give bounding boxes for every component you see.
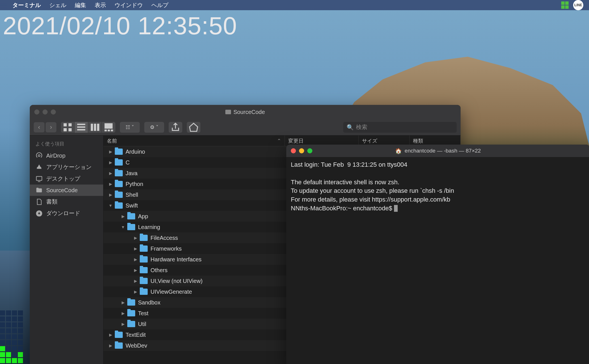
disclosure-triangle-icon[interactable]: ▶ xyxy=(108,343,113,348)
doc-icon xyxy=(35,198,43,206)
airdrop-icon xyxy=(35,152,43,159)
folder-icon xyxy=(140,289,148,295)
finder-sidebar: よく使う項目 AirDropアプリケーションデスクトップSourceCode書類… xyxy=(30,136,103,364)
sidebar-item-デスクトップ[interactable]: デスクトップ xyxy=(30,173,103,185)
disclosure-triangle-icon[interactable]: ▶ xyxy=(108,333,113,337)
apps-icon xyxy=(35,164,43,171)
finder-titlebar[interactable]: SourceCode xyxy=(30,105,461,119)
menu-edit[interactable]: 編集 xyxy=(75,1,86,9)
menu-help[interactable]: ヘルプ xyxy=(151,1,168,9)
menu-view[interactable]: 表示 xyxy=(95,1,106,9)
svg-rect-6 xyxy=(77,129,85,130)
disclosure-triangle-icon[interactable]: ▶ xyxy=(120,214,126,219)
folder-icon xyxy=(140,235,148,241)
menubar: ターミナル シェル 編集 表示 ウインドウ ヘルプ LINE xyxy=(0,0,589,10)
disclosure-triangle-icon[interactable]: ▶ xyxy=(133,268,138,272)
sidebar-item-label: AirDrop xyxy=(46,153,65,159)
activity-monitor-icon[interactable] xyxy=(561,1,569,9)
sidebar-item-airdrop[interactable]: AirDrop xyxy=(30,150,103,161)
forward-button[interactable]: › xyxy=(46,122,56,132)
zoom-button[interactable] xyxy=(51,109,56,115)
disclosure-triangle-icon[interactable]: ▶ xyxy=(133,279,138,283)
sidebar-section-header: よく使う項目 xyxy=(30,139,103,150)
terminal-title: enchantcode — -bash — 87×22 xyxy=(405,148,481,154)
share-button[interactable] xyxy=(169,122,182,133)
disclosure-triangle-icon[interactable]: ▶ xyxy=(120,300,126,305)
svg-rect-4 xyxy=(77,124,85,125)
search-placeholder: 検索 xyxy=(356,123,367,131)
column-view-button[interactable] xyxy=(88,122,102,133)
disclosure-triangle-icon[interactable]: ▶ xyxy=(120,322,126,326)
finder-title: SourceCode xyxy=(233,109,265,115)
icon-view-button[interactable] xyxy=(61,122,75,133)
disclosure-triangle-icon[interactable]: ▶ xyxy=(120,311,126,316)
menu-app[interactable]: ターミナル xyxy=(12,1,41,9)
zoom-button[interactable] xyxy=(307,148,312,153)
disclosure-triangle-icon[interactable]: ▶ xyxy=(133,289,138,294)
disclosure-triangle-icon[interactable]: ▼ xyxy=(108,203,113,208)
disclosure-triangle-icon[interactable]: ▼ xyxy=(120,225,126,229)
sidebar-item-label: ダウンロード xyxy=(46,209,80,217)
folder-icon xyxy=(225,110,231,114)
action-button[interactable]: ⚙ ˅ xyxy=(144,122,164,133)
terminal-titlebar[interactable]: 🏠 enchantcode — -bash — 87×22 xyxy=(286,145,589,157)
sidebar-item-ダウンロード[interactable]: ダウンロード xyxy=(30,208,103,219)
menu-shell[interactable]: シェル xyxy=(49,1,66,9)
disclosure-triangle-icon[interactable]: ▶ xyxy=(108,182,113,186)
terminal-content[interactable]: Last login: Tue Feb 9 13:21:25 on ttys00… xyxy=(286,157,589,216)
folder-icon xyxy=(140,267,148,273)
disclosure-triangle-icon[interactable]: ▶ xyxy=(133,246,138,251)
folder-icon xyxy=(127,299,135,306)
svg-rect-0 xyxy=(63,123,67,126)
folder-icon xyxy=(127,213,135,219)
folder-icon xyxy=(115,149,123,155)
svg-rect-2 xyxy=(63,128,67,131)
disclosure-triangle-icon[interactable]: ▶ xyxy=(108,171,113,175)
arrange-button[interactable]: ☷ ˅ xyxy=(120,122,140,133)
desktop-icon xyxy=(35,175,43,183)
svg-rect-9 xyxy=(97,124,99,131)
desktop-clock: 2021/02/10 12:35:50 xyxy=(3,11,237,40)
svg-rect-12 xyxy=(108,129,110,131)
folder-icon xyxy=(35,187,43,194)
folder-icon xyxy=(140,246,148,252)
minimize-button[interactable] xyxy=(299,148,304,153)
svg-rect-13 xyxy=(111,129,113,131)
sidebar-item-label: SourceCode xyxy=(46,187,78,194)
sidebar-item-sourcecode[interactable]: SourceCode xyxy=(30,185,103,196)
home-icon: 🏠 xyxy=(395,148,402,154)
svg-rect-7 xyxy=(91,124,93,131)
disclosure-triangle-icon[interactable]: ▶ xyxy=(108,149,113,154)
column-name[interactable]: 名前⌃ xyxy=(103,136,285,146)
sidebar-item-label: アプリケーション xyxy=(46,163,92,171)
svg-rect-3 xyxy=(69,128,72,131)
svg-rect-11 xyxy=(105,129,107,131)
tags-button[interactable] xyxy=(187,122,200,133)
disclosure-triangle-icon[interactable]: ▶ xyxy=(108,160,113,165)
sidebar-item-アプリケーション[interactable]: アプリケーション xyxy=(30,161,103,173)
folder-icon xyxy=(140,278,148,284)
minimize-button[interactable] xyxy=(43,109,48,115)
sidebar-item-label: デスクトップ xyxy=(46,175,80,183)
list-view-button[interactable] xyxy=(75,122,88,133)
disclosure-triangle-icon[interactable]: ▶ xyxy=(108,192,113,197)
menu-window[interactable]: ウインドウ xyxy=(115,1,143,9)
svg-rect-10 xyxy=(105,123,113,128)
line-app-icon[interactable]: LINE xyxy=(573,0,583,10)
folder-icon xyxy=(127,310,135,316)
folder-icon xyxy=(115,181,123,187)
disclosure-triangle-icon[interactable]: ▶ xyxy=(133,236,138,240)
svg-point-14 xyxy=(38,155,40,157)
search-icon: 🔍 xyxy=(347,124,354,131)
back-button[interactable]: ‹ xyxy=(34,122,45,132)
close-button[interactable] xyxy=(34,109,39,115)
disclosure-triangle-icon[interactable]: ▶ xyxy=(133,257,138,262)
gallery-view-button[interactable] xyxy=(102,122,115,133)
search-field[interactable]: 🔍 検索 xyxy=(343,122,457,133)
view-mode-selector xyxy=(61,122,115,133)
sidebar-item-書類[interactable]: 書類 xyxy=(30,196,103,208)
svg-rect-8 xyxy=(94,124,96,131)
close-button[interactable] xyxy=(291,148,296,153)
finder-toolbar: ‹ › ☷ ˅ ⚙ ˅ 🔍 検索 xyxy=(30,119,461,136)
folder-icon xyxy=(127,224,135,230)
